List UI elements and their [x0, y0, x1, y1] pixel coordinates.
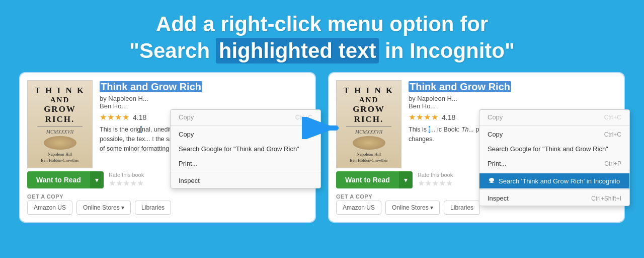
- left-menu-copy-label: Copy: [179, 131, 194, 138]
- right-menu-copy-grey-label: Copy: [488, 113, 503, 121]
- cover-line3-r: GROW RICH.: [341, 104, 397, 124]
- left-menu-divider1: [171, 125, 320, 126]
- stars-right: ★★★★: [409, 112, 439, 122]
- right-menu-copy-label: Copy: [488, 131, 503, 138]
- libraries-btn-right[interactable]: Libraries: [444, 201, 480, 215]
- right-menu-incognito-label: Search 'Think and Grow Rich' in Incognit…: [499, 177, 620, 185]
- get-a-copy-left: GET A COPY Amazon US Online Stores ▾ Lib…: [27, 192, 308, 215]
- cover-line1-r: T H I N K: [341, 86, 397, 96]
- panel-info-right: Think and Grow Rich by Napoleon H... Ben…: [409, 80, 617, 168]
- left-context-menu: Copy Ctrl+C Copy Search Google for "Thin…: [170, 109, 321, 188]
- left-menu-item-search-google[interactable]: Search Google for "Think and Grow Rich": [171, 142, 320, 156]
- right-context-menu: Copy Ctrl+C Copy Ctrl+C Search Google fo…: [479, 109, 630, 206]
- stars-left: ★★★★: [100, 112, 130, 122]
- left-menu-copy-grey-label: Copy: [179, 113, 194, 121]
- cover-author: Napoleon Hill Ben Holden-Crowther: [41, 151, 79, 164]
- left-menu-print-label: Print...: [179, 160, 198, 167]
- rating-left: 4.18: [133, 113, 146, 121]
- book-title-right[interactable]: Think and Grow Rich: [409, 81, 511, 92]
- rate-section-right: Rate this book ★★★★★: [418, 172, 453, 188]
- rate-section-left: Rate this book ★★★★★: [109, 172, 144, 188]
- book-author-left: by Napoleon H... Ben Ho...: [100, 95, 308, 110]
- left-menu-item-inspect[interactable]: Inspect: [171, 173, 320, 188]
- book-cover-right: T H I N K AND GROW RICH. MCMXXXVII Napol…: [336, 80, 401, 168]
- right-menu-divider1: [479, 172, 629, 172]
- want-to-read-caret-right[interactable]: ▾: [399, 171, 413, 188]
- right-menu-item-print[interactable]: Print... Ctrl+P: [479, 156, 629, 171]
- right-menu-copy-shortcut: Ctrl+C: [604, 131, 621, 138]
- want-to-read-caret-left[interactable]: ▾: [90, 171, 104, 188]
- right-menu-print-label: Print...: [488, 160, 507, 167]
- header: Add a right-click menu option for "Searc…: [0, 0, 644, 72]
- headline-highlight: highlighted text: [216, 38, 379, 63]
- left-menu-divider2: [171, 172, 320, 172]
- cover-title-right: T H I N K AND GROW RICH.: [341, 86, 397, 124]
- right-menu-inspect-label: Inspect: [488, 195, 509, 202]
- book-cover-left: T H I N K AND GROW RICH. MCMXXXVII Napol…: [27, 80, 93, 168]
- rate-book-label-left: Rate this book: [109, 172, 144, 178]
- left-panel: T H I N K AND GROW RICH. MCMXXXVII Napol…: [19, 72, 316, 223]
- left-menu-item-print[interactable]: Print...: [171, 156, 320, 171]
- right-menu-item-incognito[interactable]: Search 'Think and Grow Rich' in Incognit…: [479, 173, 629, 188]
- cover-line1: T H I N K: [32, 86, 88, 96]
- panels-row: T H I N K AND GROW RICH. MCMXXXVII Napol…: [0, 72, 644, 223]
- arrow-container: [302, 117, 342, 141]
- cover-divider: [37, 126, 83, 127]
- rating-right: 4.18: [442, 113, 455, 121]
- right-menu-item-inspect[interactable]: Inspect Ctrl+Shift+I: [479, 191, 629, 206]
- headline: Add a right-click menu option for "Searc…: [30, 11, 614, 64]
- cover-decoration-r: [353, 136, 385, 150]
- left-menu-search-google-label: Search Google for "Think and Grow Rich": [179, 145, 299, 153]
- cover-line3: GROW RICH.: [32, 104, 88, 124]
- cover-title-left: T H I N K AND GROW RICH.: [32, 86, 88, 124]
- right-menu-copy-grey-shortcut: Ctrl+C: [604, 114, 621, 121]
- panel-top-right: T H I N K AND GROW RICH. MCMXXXVII Napol…: [336, 80, 617, 168]
- amazon-btn-left[interactable]: Amazon US: [27, 201, 72, 215]
- right-menu-print-shortcut: Ctrl+P: [604, 160, 621, 167]
- left-menu-item-copy[interactable]: Copy: [171, 127, 320, 142]
- want-to-read-btn-left[interactable]: Want to Read: [27, 171, 90, 188]
- right-menu-incognito-inner: Search 'Think and Grow Rich' in Incognit…: [488, 177, 620, 185]
- want-to-read-row-right: Want to Read ▾: [336, 171, 413, 188]
- right-menu-divider2: [479, 189, 629, 190]
- online-stores-btn-left[interactable]: Online Stores ▾: [76, 201, 131, 215]
- incognito-icon: [488, 177, 496, 185]
- headline-line2-before: "Search: [129, 39, 216, 62]
- left-menu-inspect-label: Inspect: [179, 177, 200, 184]
- libraries-btn-left[interactable]: Libraries: [135, 201, 171, 215]
- svg-point-2: [489, 178, 494, 182]
- online-stores-btn-right[interactable]: Online Stores ▾: [385, 201, 440, 215]
- left-menu-item-copy-grey[interactable]: Copy Ctrl+C: [171, 110, 320, 124]
- right-menu-item-search-google[interactable]: Search Google for "Think and Grow Rich": [479, 142, 629, 156]
- book-author-right: by Napoleon H... Ben Ho...: [409, 95, 617, 110]
- want-to-read-row-left: Want to Read ▾: [27, 171, 104, 188]
- empty-stars-left: ★★★★★: [109, 178, 144, 188]
- cover-line2: AND: [32, 96, 88, 104]
- headline-line1: Add a right-click menu option for: [156, 12, 488, 36]
- arrow-icon: [302, 117, 342, 139]
- right-panel: T H I N K AND GROW RICH. MCMXXXVII Napol…: [328, 72, 625, 223]
- cover-divider-r: [346, 126, 391, 127]
- cover-line2-r: AND: [341, 96, 397, 104]
- right-menu-divider0: [479, 125, 629, 126]
- empty-stars-right: ★★★★★: [418, 178, 453, 188]
- amazon-btn-right[interactable]: Amazon US: [336, 201, 381, 215]
- copy-buttons-left: Amazon US Online Stores ▾ Libraries: [27, 201, 308, 215]
- right-menu-search-google-label: Search Google for "Think and Grow Rich": [488, 145, 608, 153]
- cover-author-r: Napoleon Hill Ben Holden-Crowther: [350, 151, 388, 164]
- cover-date: MCMXXXVII: [46, 129, 73, 135]
- headline-line2-after: in Incognito": [379, 39, 515, 62]
- cover-date-r: MCMXXXVII: [355, 129, 382, 135]
- panel-info-left: Think and Grow Rich by Napoleon H... Ben…: [100, 80, 308, 168]
- want-to-read-btn-right[interactable]: Want to Read: [336, 171, 399, 188]
- get-a-copy-label-left: GET A COPY: [27, 194, 308, 200]
- right-menu-item-copy-grey[interactable]: Copy Ctrl+C: [479, 110, 629, 124]
- rate-book-label-right: Rate this book: [418, 172, 453, 178]
- right-menu-inspect-shortcut: Ctrl+Shift+I: [591, 195, 621, 202]
- right-menu-item-copy[interactable]: Copy Ctrl+C: [479, 127, 629, 142]
- book-title-left[interactable]: Think and Grow Rich: [100, 81, 202, 92]
- panel-top: T H I N K AND GROW RICH. MCMXXXVII Napol…: [27, 80, 308, 168]
- cover-decoration: [44, 136, 76, 150]
